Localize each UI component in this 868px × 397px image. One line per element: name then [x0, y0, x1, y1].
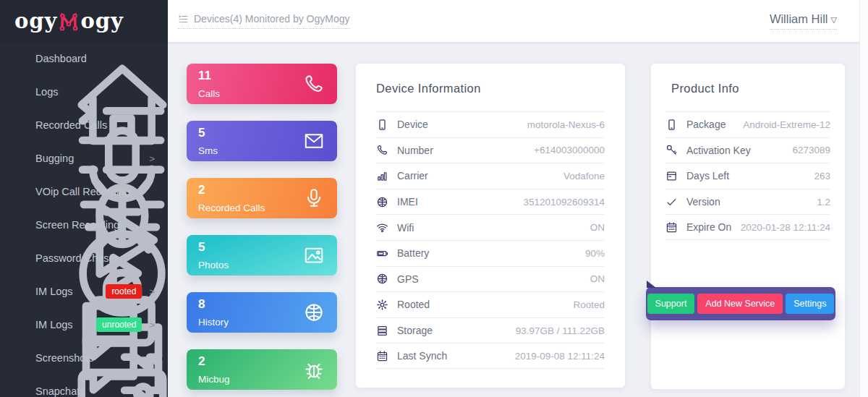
chat-icon [14, 286, 26, 298]
device-information-panel: Device Information Device motorola-Nexus… [356, 64, 625, 388]
image-icon [14, 352, 26, 364]
play-icon [14, 186, 26, 198]
scrollbar-track[interactable] [859, 0, 868, 397]
version-row: Version 1.2 [665, 189, 830, 215]
play-circle-icon [14, 219, 26, 231]
mobile-icon [665, 119, 678, 131]
sidebar-nav: Dashboard Logs Recorded Calls Bugging > … [0, 42, 168, 397]
check-icon [665, 196, 678, 208]
add-new-service-button[interactable]: Add New Service [697, 294, 783, 314]
home-icon [14, 53, 26, 65]
imei-row: IMEI 351201092609314 [376, 189, 605, 215]
activation-key-row: Activation Key 6273089 [665, 137, 830, 163]
storage-icon [376, 325, 388, 337]
mic-icon [303, 187, 325, 209]
sidebar-item-dashboard[interactable]: Dashboard [0, 42, 168, 75]
devices-monitored-link[interactable]: Devices(4) Monitored by OgyMogy [178, 13, 350, 29]
bug-icon [14, 153, 26, 165]
support-button[interactable]: Support [647, 294, 695, 314]
bug-icon [303, 359, 325, 380]
phone-icon [376, 144, 388, 156]
app-logo[interactable]: ogy ogy [0, 0, 168, 42]
storage-row: Storage 93.97GB / 111.22GB [376, 317, 605, 343]
chat-icon [14, 319, 26, 331]
image-icon [303, 244, 325, 266]
calendar-icon [665, 221, 678, 234]
topbar: Devices(4) Monitored by OgyMogy William … [168, 0, 868, 42]
key-icon [665, 144, 678, 156]
image-icon [14, 385, 26, 397]
wifi-row: Wifi ON [376, 214, 605, 240]
chevron-right-icon: > [149, 287, 155, 296]
chevron-right-icon: > [149, 154, 155, 163]
number-row: Number +614003000000 [376, 137, 605, 163]
calendar-icon [376, 350, 388, 362]
sidebar: ogy ogy Dashboard Logs [0, 0, 168, 397]
unrooted-badge: unrooted [96, 317, 142, 331]
product-actions-bar: Support Add New Service Settings [646, 287, 835, 320]
product-info-panel: Product Info Package Android-Extreme-12 … [651, 64, 845, 389]
battery-icon [376, 247, 388, 260]
list-icon [178, 14, 189, 25]
logo-m-molecule-icon [57, 8, 80, 34]
globe-icon [376, 273, 388, 285]
settings-button[interactable]: Settings [786, 294, 834, 314]
lock-icon [14, 252, 26, 265]
chevron-down-icon: ▽ [831, 15, 837, 25]
logo-text-left: ogy [14, 11, 57, 32]
window-icon [665, 170, 678, 182]
carrier-row: Carrier Vodafone [376, 163, 605, 189]
device-row: Device motorola-Nexus-6 [376, 111, 605, 137]
mobile-icon [376, 119, 388, 131]
mic-icon [14, 119, 26, 132]
list-icon [14, 86, 26, 98]
gps-row: GPS ON [376, 266, 605, 292]
mail-icon [303, 130, 325, 152]
panel-title: Device Information [356, 64, 625, 95]
chevron-right-icon: > [149, 320, 155, 330]
user-name: William Hill [770, 12, 828, 26]
panel-title: Product Info [651, 64, 845, 95]
logo-text-right: ogy [80, 11, 123, 32]
phone-icon [303, 73, 325, 95]
signal-icon [376, 170, 388, 182]
rooted-row: Rooted Rooted [376, 291, 605, 317]
user-menu[interactable]: William Hill ▽ [770, 12, 837, 30]
rooted-badge: rooted [106, 284, 142, 298]
days-left-row: Days Left 263 [665, 163, 830, 189]
last-synch-row: Last Synch 2019-09-08 12:11:24 [376, 343, 605, 369]
gear-icon [376, 299, 388, 311]
globe-icon [376, 196, 388, 208]
expire-on-row: Expire On 2020-01-28 12:11:24 [665, 214, 830, 240]
wifi-icon [376, 221, 388, 234]
globe-icon [303, 302, 325, 323]
battery-row: Battery 90% [376, 240, 605, 266]
package-row: Package Android-Extreme-12 [665, 111, 830, 137]
